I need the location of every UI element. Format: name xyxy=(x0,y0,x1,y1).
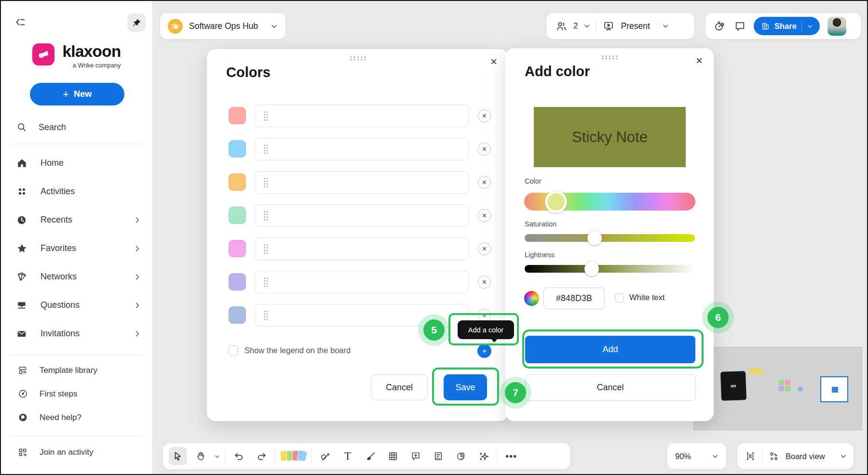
remove-color-button[interactable]: ✕ xyxy=(478,309,491,322)
redo-button[interactable] xyxy=(252,447,271,465)
sidebar-item-recents[interactable]: Recents xyxy=(1,206,152,234)
remove-color-button[interactable]: ✕ xyxy=(478,143,491,156)
survey-tool[interactable] xyxy=(429,447,448,465)
ai-sparkles-tool[interactable] xyxy=(475,447,493,465)
color-swatch[interactable] xyxy=(229,273,246,290)
sidebar-item-activities[interactable]: Activities xyxy=(1,177,152,206)
minimap-note xyxy=(757,369,762,374)
text-tool[interactable]: T xyxy=(339,447,357,465)
color-swatch[interactable] xyxy=(229,173,246,191)
brand-logo[interactable]: klaxoon a Wrike company xyxy=(1,43,152,69)
chevron-right-icon xyxy=(134,245,141,252)
chat-icon[interactable] xyxy=(733,20,746,32)
pen-tool[interactable] xyxy=(361,447,380,465)
share-button[interactable]: Share xyxy=(754,17,820,35)
color-name-input[interactable] xyxy=(255,105,469,127)
colors-cancel-button[interactable]: Cancel xyxy=(371,374,428,400)
hue-slider-handle[interactable] xyxy=(545,191,567,213)
color-swatch[interactable] xyxy=(229,140,246,158)
remove-color-button[interactable]: ✕ xyxy=(478,109,491,122)
brand-tagline: a Wrike company xyxy=(72,62,121,69)
sidebar-item-questions[interactable]: Questions xyxy=(1,291,152,319)
color-swatch[interactable] xyxy=(229,207,246,224)
sidebar-item-join-activity[interactable]: Join an activity xyxy=(1,440,152,464)
pan-tool-chevron-icon[interactable] xyxy=(214,453,220,460)
color-swatch[interactable] xyxy=(229,240,246,257)
pin-sidebar-button[interactable] xyxy=(127,13,146,32)
add-color-cancel-button[interactable]: Cancel xyxy=(525,374,695,401)
row-drag-handle-icon[interactable] xyxy=(263,177,268,187)
show-legend-checkbox[interactable] xyxy=(228,345,238,356)
undo-button[interactable] xyxy=(230,447,248,465)
search-input[interactable]: Search xyxy=(15,119,138,135)
saturation-slider-handle[interactable] xyxy=(587,231,602,245)
lightness-slider-handle[interactable] xyxy=(584,262,599,276)
close-icon[interactable]: × xyxy=(487,55,501,68)
sidebar-item-favorites[interactable]: Favorites xyxy=(1,234,152,263)
remove-color-button[interactable]: ✕ xyxy=(478,176,491,189)
minimap-viewport[interactable] xyxy=(820,376,848,402)
zoom-chevron-icon[interactable] xyxy=(712,453,719,460)
present-button[interactable]: Present xyxy=(621,21,650,31)
add-color-confirm-button[interactable]: Add xyxy=(525,336,695,363)
color-name-input[interactable] xyxy=(255,238,469,260)
remove-color-button[interactable]: ✕ xyxy=(478,276,491,289)
new-button[interactable]: + New xyxy=(30,83,124,106)
share-board-icon xyxy=(761,22,770,30)
poll-tool[interactable] xyxy=(452,447,470,465)
participants-chevron-icon[interactable] xyxy=(583,23,590,29)
zoom-control[interactable]: 90% xyxy=(667,443,726,469)
color-wheel-icon[interactable] xyxy=(524,291,539,306)
pan-tool[interactable] xyxy=(191,447,210,465)
colors-save-button[interactable]: Save xyxy=(444,374,487,400)
close-icon[interactable]: × xyxy=(692,54,706,67)
dialog-drag-handle-icon[interactable] xyxy=(601,55,618,59)
saturation-slider[interactable] xyxy=(525,234,695,242)
row-drag-handle-icon[interactable] xyxy=(263,244,268,254)
sidebar-item-invitations[interactable]: Invitations xyxy=(1,319,152,348)
dialog-drag-handle-icon[interactable] xyxy=(349,56,366,60)
user-avatar[interactable] xyxy=(827,17,846,36)
row-drag-handle-icon[interactable] xyxy=(263,111,268,121)
color-name-input[interactable] xyxy=(255,204,469,227)
white-text-checkbox[interactable] xyxy=(615,293,624,303)
sidebar-item-home[interactable]: Home xyxy=(1,149,152,177)
frame-icon[interactable] xyxy=(744,450,757,462)
remove-color-button[interactable]: ✕ xyxy=(478,209,491,222)
add-color-plus-button[interactable]: + xyxy=(477,344,491,358)
help-icon xyxy=(16,411,29,424)
collapse-sidebar-icon[interactable] xyxy=(14,15,27,29)
remove-color-button[interactable]: ✕ xyxy=(478,242,491,255)
add-color-dialog-title: Add color xyxy=(525,64,590,79)
more-tools-button[interactable]: ••• xyxy=(502,447,520,465)
board-view-control[interactable]: Board view xyxy=(737,443,854,469)
row-drag-handle-icon[interactable] xyxy=(263,211,268,221)
share-chevron-icon[interactable] xyxy=(807,23,813,29)
sidebar-item-networks[interactable]: Networks xyxy=(1,263,152,291)
divider xyxy=(497,449,498,463)
view-chevron-icon[interactable] xyxy=(840,453,847,460)
sidebar-item-first-steps[interactable]: First steps xyxy=(1,382,152,406)
color-name-input[interactable] xyxy=(255,138,469,160)
minimap-note xyxy=(750,369,756,374)
lightness-slider[interactable] xyxy=(525,265,695,273)
comment-tool[interactable] xyxy=(407,447,425,465)
shapes-tool[interactable] xyxy=(316,447,334,465)
timer-icon[interactable] xyxy=(713,20,726,32)
sidebar-item-need-help[interactable]: Need help? xyxy=(1,406,152,429)
color-name-input[interactable] xyxy=(255,171,469,194)
table-tool[interactable] xyxy=(384,447,402,465)
minimap[interactable]: on xyxy=(693,347,862,430)
color-swatch[interactable] xyxy=(229,306,246,324)
color-name-input[interactable] xyxy=(255,271,469,293)
row-drag-handle-icon[interactable] xyxy=(263,144,268,154)
sticky-note-tool[interactable] xyxy=(280,447,307,465)
row-drag-handle-icon[interactable] xyxy=(263,310,268,320)
select-tool[interactable] xyxy=(169,447,187,465)
sidebar-item-template-library[interactable]: Template library xyxy=(1,358,152,382)
row-drag-handle-icon[interactable] xyxy=(263,277,268,287)
board-switcher[interactable]: Software Ops Hub xyxy=(160,13,285,39)
present-chevron-icon[interactable] xyxy=(662,23,669,29)
color-swatch[interactable] xyxy=(229,107,246,124)
hex-color-input[interactable] xyxy=(543,288,605,309)
